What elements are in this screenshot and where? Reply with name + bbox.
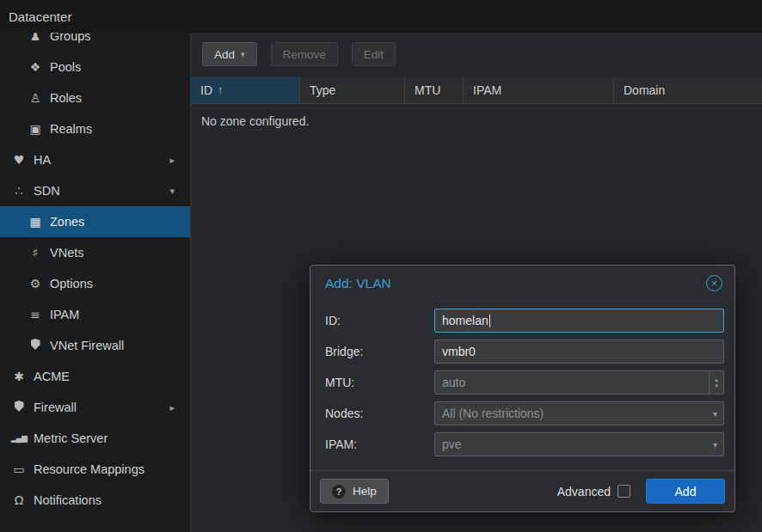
add-button[interactable]: Add ▾ [202,42,257,66]
form-row-id: ID: homelan [325,309,724,333]
sidebar-item-label: IPAM [50,308,79,321]
id-label: ID: [325,314,434,327]
page-title: Datacenter [9,9,71,24]
sidebar-item-options[interactable]: ⚙ Options [0,268,190,299]
sidebar-item-label: Pools [50,60,81,74]
column-label: ID [200,83,212,97]
toolbar: Add ▾ Remove Edit [191,33,762,76]
sidebar-item-sdn[interactable]: ∴ SDN ▾ [0,175,190,206]
chevron-down-icon: ▾ [241,50,245,58]
id-value: homelan [442,314,489,327]
address-book-icon: ▣ [27,122,44,136]
advanced-checkbox[interactable] [618,485,630,498]
sidebar-item-label: Resource Mappings [34,462,144,476]
nodes-select[interactable]: All (No restrictions) ▾ [434,401,724,425]
question-icon: ? [332,485,346,498]
expand-right-icon[interactable]: ▸ [169,402,175,413]
chevron-down-icon: ▾ [713,440,717,449]
sidebar-item-label: Metric Server [34,431,108,445]
sidebar-item-label: ACME [34,370,70,383]
sort-asc-icon: ↑ [218,84,223,96]
sidebar-item-groups[interactable]: ♟ Groups [0,33,190,52]
sidebar-item-firewall[interactable]: Firewall ▸ [0,392,190,423]
sidebar-item-ipam[interactable]: ≡ IPAM [0,299,190,330]
shield-icon [10,401,28,414]
empty-message: No zone configured. [191,104,762,138]
nodes-label: Nodes: [325,407,434,420]
sidebar-item-roles[interactable]: ♙ Roles [0,83,190,113]
certificate-icon: ✱ [10,370,28,383]
dialog-footer: ? Help Advanced Add [310,470,734,511]
shield-icon [27,339,44,352]
help-button[interactable]: ? Help [320,479,389,504]
sidebar-item-metric-server[interactable]: ▂▄▆ Metric Server [0,423,190,454]
expand-right-icon[interactable]: ▸ [169,155,175,166]
mtu-input[interactable]: auto ▴ ▾ [434,370,724,394]
heartbeat-icon: ♥ [10,153,28,167]
dialog-header[interactable]: Add: VLAN × [310,266,734,298]
bar-chart-icon: ▂▄▆ [10,434,28,443]
sidebar-item-notifications[interactable]: Ω Notifications [0,485,190,516]
gear-icon: ⚙ [27,277,44,290]
advanced-label: Advanced [557,485,611,498]
close-icon[interactable]: × [706,275,722,291]
remove-button-label: Remove [283,48,326,61]
table-header: ID ↑ Type MTU IPAM Domain [191,77,762,104]
bell-icon: Ω [10,493,28,507]
network-wired-icon: ♯ [27,246,44,260]
sidebar-item-label: Groups [50,33,91,43]
mtu-label: MTU: [325,376,434,389]
column-label: Type [310,83,335,97]
sidebar-item-pools[interactable]: ❖ Pools [0,52,190,83]
edit-button[interactable]: Edit [352,42,396,66]
column-header-id[interactable]: ID ↑ [191,77,300,103]
spinner-up-icon[interactable]: ▴ [715,376,718,382]
sidebar-item-vnet-firewall[interactable]: VNet Firewall [0,330,190,361]
collapse-down-icon[interactable]: ▾ [169,186,175,197]
add-vlan-dialog: Add: VLAN × ID: homelan Bridge: vmbr0 MT… [310,265,735,512]
grid-icon: ▦ [27,215,44,229]
sidebar-item-realms[interactable]: ▣ Realms [0,113,190,144]
column-label: Domain [624,83,665,97]
sidebar-item-label: VNet Firewall [50,339,124,352]
sidebar-item-ha[interactable]: ♥ HA ▸ [0,144,190,175]
column-header-type[interactable]: Type [300,77,405,103]
tags-icon: ❖ [27,60,44,74]
sidebar-item-zones[interactable]: ▦ Zones [0,206,190,237]
sidebar-tree: ♟ Groups ❖ Pools ♙ Roles ▣ Realms ♥ HA ▸ [0,33,190,516]
remove-button[interactable]: Remove [271,42,338,66]
edit-button-label: Edit [364,48,384,61]
dialog-body: ID: homelan Bridge: vmbr0 MTU: auto ▴ ▾ … [310,298,734,470]
chevron-down-icon: ▾ [713,409,717,419]
sidebar-item-label: Notifications [34,493,101,507]
folder-icon: ▭ [10,462,28,476]
mtu-value: auto [442,376,465,389]
column-label: MTU [415,83,440,97]
sidebar-item-acme[interactable]: ✱ ACME [0,361,190,392]
share-nodes-icon: ∴ [10,184,28,198]
ipam-select[interactable]: pve ▾ [434,432,724,456]
nodes-value: All (No restrictions) [442,407,544,420]
users-icon: ♟ [27,33,44,43]
sidebar-item-resource-mappings[interactable]: ▭ Resource Mappings [0,454,190,485]
column-header-mtu[interactable]: MTU [405,77,464,103]
id-input[interactable]: homelan [434,309,724,333]
sidebar-item-vnets[interactable]: ♯ VNets [0,237,190,268]
form-row-bridge: Bridge: vmbr0 [325,339,724,364]
spinner-buttons[interactable]: ▴ ▾ [709,371,723,394]
add-button-label: Add [214,48,235,61]
column-header-domain[interactable]: Domain [614,77,762,103]
form-row-ipam: IPAM: pve ▾ [325,432,724,456]
add-submit-button[interactable]: Add [646,479,725,504]
ipam-label: IPAM: [325,437,434,451]
ipam-value: pve [442,437,462,451]
column-header-ipam[interactable]: IPAM [464,77,614,103]
bridge-value: vmbr0 [442,345,476,358]
top-bar: Datacenter [0,0,762,33]
bridge-input[interactable]: vmbr0 [434,339,724,364]
text-cursor [489,315,490,327]
footer-actions: Advanced Add [557,479,725,504]
spinner-down-icon[interactable]: ▾ [715,382,718,388]
help-button-label: Help [353,485,377,498]
sidebar-item-label: SDN [34,184,60,198]
